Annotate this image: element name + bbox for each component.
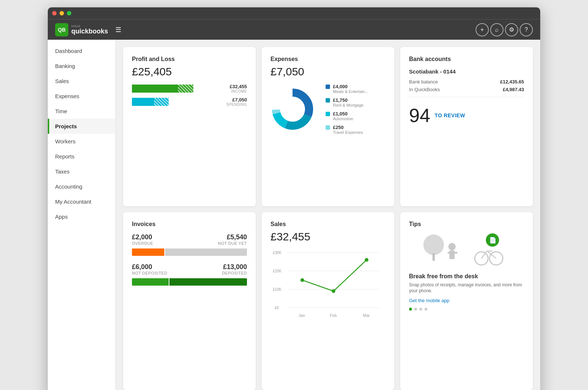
legend-dot-auto — [326, 112, 330, 116]
legend-dot-rent — [326, 98, 330, 103]
notdeposited-label: NOT DEPOSITED — [132, 271, 167, 275]
expenses-content: £4,000 Meals & Entertain... £1,750 Rent … — [270, 84, 386, 138]
content-area: Profit and Loss £25,405 £32,455 INCOME — [116, 40, 540, 390]
legend-text-rent: £1,750 Rent & Mortgage — [333, 97, 363, 107]
invoices-title: Invoices — [132, 221, 247, 228]
help-button[interactable]: ? — [520, 23, 533, 36]
legend-text-travel: £250 Travel Expenses — [333, 125, 363, 135]
main-layout: Dashboard Banking Sales Expenses Time Pr… — [48, 40, 540, 390]
income-bar — [132, 85, 193, 93]
sidebar-item-accounting[interactable]: Accounting — [48, 179, 115, 194]
tips-dot-3[interactable] — [419, 308, 422, 311]
sidebar-item-expenses[interactable]: Expenses — [48, 89, 115, 104]
sidebar-item-time[interactable]: Time — [48, 104, 115, 119]
expenses-legend: £4,000 Meals & Entertain... £1,750 Rent … — [326, 84, 386, 138]
svg-rect-24 — [453, 252, 458, 254]
qb-balance-label: In QuickBooks — [409, 87, 440, 92]
legend-desc-meals: Meals & Entertain... — [333, 89, 368, 94]
svg-rect-23 — [448, 252, 452, 254]
income-bar-row: £32,455 INCOME — [132, 84, 247, 93]
expenses-card: Expenses £7,050 — [262, 47, 394, 206]
hamburger-icon[interactable]: ☰ — [114, 24, 123, 35]
svg-point-21 — [448, 243, 456, 250]
tips-title: Tips — [409, 221, 524, 228]
profit-loss-card: Profit and Loss £25,405 £32,455 INCOME — [123, 47, 256, 206]
svg-point-4 — [282, 98, 304, 120]
qb-balance-row: In QuickBooks £4,987.43 — [409, 87, 524, 92]
sidebar-item-banking[interactable]: Banking — [48, 58, 115, 74]
invoices-bottom: £6,000 NOT DEPOSITED £13,000 DEPOSITED — [132, 263, 247, 275]
deposit-bar — [132, 278, 247, 286]
bank-balance-label: Bank balance — [409, 79, 438, 85]
legend-text-auto: £1,050 Automotive — [333, 111, 353, 121]
profit-loss-title: Profit and Loss — [132, 56, 247, 62]
bank-accounts-card: Bank accounts Scotiabank - 0144 Bank bal… — [400, 47, 533, 206]
search-button[interactable]: ⌕ — [490, 23, 503, 36]
legend-amount-meals: £4,000 — [333, 84, 368, 89]
sidebar-item-taxes[interactable]: Taxes — [48, 164, 115, 179]
spending-subtext: SPENDING — [218, 103, 247, 107]
svg-rect-22 — [449, 250, 455, 259]
notdue-section: £5,540 NOT DUE YET — [218, 233, 247, 246]
review-label[interactable]: TO REVIEW — [435, 112, 465, 118]
tips-card: Tips — [400, 212, 533, 390]
minimize-btn[interactable] — [60, 11, 64, 15]
sidebar-item-sales[interactable]: Sales — [48, 74, 115, 89]
sales-title: Sales — [270, 221, 386, 228]
svg-point-13 — [301, 278, 304, 282]
maximize-btn[interactable] — [67, 11, 71, 15]
app-window: QB intuit quickbooks ☰ + ⌕ ⚙ ? Dashboard… — [48, 7, 540, 390]
sidebar-item-dashboard[interactable]: Dashboard — [48, 43, 115, 58]
review-number: 94 — [409, 104, 430, 126]
tips-dot-2[interactable] — [414, 308, 417, 311]
sidebar-item-apps[interactable]: Apps — [48, 209, 115, 224]
settings-button[interactable]: ⚙ — [505, 23, 518, 36]
sidebar-item-workers[interactable]: Workers — [48, 134, 115, 149]
legend-dot-travel — [326, 125, 330, 130]
tips-dot-4[interactable] — [424, 308, 427, 311]
overdue-label: OVERDUE — [132, 241, 153, 246]
legend-desc-travel: Travel Expenses — [333, 130, 363, 135]
notdue-bar — [165, 248, 247, 256]
expenses-donut-chart — [270, 87, 318, 135]
svg-text:£30K: £30K — [273, 251, 282, 255]
sales-card: Sales £32,455 £30K £20K £10K £0 — [262, 212, 394, 390]
sidebar: Dashboard Banking Sales Expenses Time Pr… — [48, 40, 116, 390]
sidebar-item-reports[interactable]: Reports — [48, 149, 115, 164]
spending-label: £7,050 SPENDING — [218, 97, 247, 107]
overdue-section: £2,000 OVERDUE — [132, 233, 153, 246]
expenses-title: Expenses — [270, 56, 386, 62]
add-button[interactable]: + — [476, 23, 489, 36]
legend-amount-travel: £250 — [333, 125, 363, 130]
logo: QB intuit quickbooks — [55, 23, 108, 36]
tips-link[interactable]: Get the mobile app — [409, 298, 524, 303]
svg-point-14 — [332, 289, 336, 293]
spending-bar — [132, 98, 169, 106]
overdue-value: £2,000 — [132, 233, 153, 241]
overdue-bar — [132, 248, 164, 256]
svg-text:Feb: Feb — [330, 313, 337, 318]
notdue-value: £5,540 — [218, 233, 247, 241]
spending-value: £7,050 — [218, 97, 247, 103]
bank-name: Scotiabank - 0144 — [409, 68, 524, 75]
invoices-top: £2,000 OVERDUE £5,540 NOT DUE YET — [132, 233, 247, 246]
qb-name-label: quickbooks — [71, 28, 108, 35]
review-section: 94 TO REVIEW — [409, 104, 524, 126]
spending-bar-row: £7,050 SPENDING — [132, 97, 247, 107]
svg-point-15 — [365, 258, 369, 262]
invoices-card: Invoices £2,000 OVERDUE £5,540 NOT DUE Y… — [123, 212, 256, 390]
tips-card-title: Break free from the desk — [409, 273, 524, 280]
header-left: QB intuit quickbooks ☰ — [55, 23, 123, 36]
income-label: £32,455 INCOME — [218, 84, 247, 93]
notdeposited-bar — [132, 278, 169, 286]
notdeposited-section: £6,000 NOT DEPOSITED — [132, 263, 167, 275]
tips-dots — [409, 308, 524, 311]
sidebar-item-projects[interactable]: Projects — [48, 119, 115, 134]
qb-balance-value: £4,987.43 — [503, 87, 524, 92]
tips-dot-1[interactable] — [409, 308, 412, 311]
svg-rect-20 — [433, 253, 435, 261]
qb-icon-label: QB — [58, 27, 66, 33]
close-btn[interactable] — [52, 11, 57, 15]
sidebar-item-my-accountant[interactable]: My Accountant — [48, 194, 115, 209]
bank-balance-value: £12,435.65 — [500, 79, 524, 85]
